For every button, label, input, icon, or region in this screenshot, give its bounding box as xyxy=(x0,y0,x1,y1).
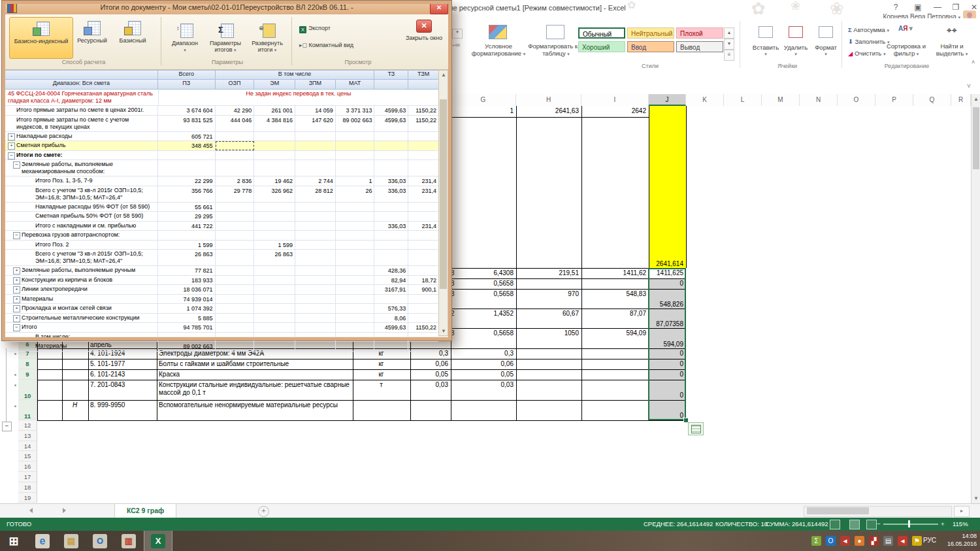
cell-zpm[interactable] xyxy=(295,285,336,294)
cell-em[interactable]: 326 962 xyxy=(254,186,295,202)
cell-value[interactable]: 1050 xyxy=(517,329,579,337)
totals-params-button[interactable]: Σ Параметры итогов ▾ xyxy=(205,20,246,53)
decimal-icons[interactable]: ⁺⁰⁰ xyxy=(452,43,460,50)
scroll-down-icon[interactable]: ▼ xyxy=(441,328,446,334)
cell-ozp[interactable] xyxy=(216,160,255,176)
cell-ozp[interactable] xyxy=(216,276,255,285)
collapse-icon[interactable]: − xyxy=(13,161,20,169)
cell-value[interactable]: 87,07 xyxy=(583,310,646,317)
cell-ozp[interactable]: 444 046 xyxy=(216,116,255,131)
cell-tz[interactable] xyxy=(374,141,408,150)
row-header-8[interactable]: 8 xyxy=(18,359,37,369)
cell-pz[interactable] xyxy=(158,151,216,160)
dialog-row[interactable]: −Перевозка грузов автотранспортом: xyxy=(5,231,438,241)
cell-zpm[interactable] xyxy=(295,231,336,240)
expand-icon[interactable]: + xyxy=(13,267,20,275)
row-header-16[interactable]: 16 xyxy=(18,461,37,472)
cell-pz[interactable]: 605 721 xyxy=(158,132,216,141)
cell-c8[interactable]: 5. 101-1977 xyxy=(90,360,154,369)
horizontal-scrollbar[interactable] xyxy=(804,506,952,517)
cell-mat[interactable] xyxy=(336,323,375,332)
cell-j10[interactable]: 0 xyxy=(649,380,686,400)
cell-value[interactable]: 970 xyxy=(517,290,579,297)
zoom-slider-knob[interactable] xyxy=(908,520,910,527)
cell-value[interactable]: 548,83 xyxy=(583,290,646,297)
cell-tz[interactable]: 576,33 xyxy=(374,304,408,313)
number-format-dropdown[interactable]: ▾ xyxy=(452,29,463,39)
taskbar-excel[interactable]: X xyxy=(144,531,172,551)
column-header-p[interactable]: P xyxy=(875,94,913,106)
cell-ozp[interactable] xyxy=(216,314,255,323)
cell-tzm[interactable]: 231,4 xyxy=(408,176,438,186)
expand-icon[interactable]: + xyxy=(13,277,20,284)
cell-value[interactable]: 2641,63 xyxy=(517,107,579,114)
row-header-9[interactable]: 9 xyxy=(18,369,37,380)
cell-tz[interactable]: 8,06 xyxy=(374,314,408,323)
outlook-tray-icon[interactable]: O xyxy=(826,536,836,546)
gallery-more-icon[interactable]: ≡ xyxy=(724,50,734,61)
row-header-19[interactable]: 19 xyxy=(18,493,37,503)
collapse-ribbon-icon[interactable]: ˄ xyxy=(972,59,975,65)
zoom-slider[interactable] xyxy=(883,524,938,525)
cell-g8[interactable]: 0,06 xyxy=(453,360,514,369)
mute-tray-icon[interactable]: ◄ xyxy=(898,536,907,546)
cell-pz[interactable] xyxy=(158,160,216,176)
row-header-12[interactable]: 12 xyxy=(18,420,37,431)
taskbar-internet-explorer[interactable]: e xyxy=(29,531,56,551)
row-header-11[interactable]: 11 xyxy=(18,400,37,420)
dialog-row[interactable]: Материалы89 002 663 xyxy=(5,342,438,352)
cell-pz[interactable]: 183 933 xyxy=(158,276,216,285)
cell-value[interactable]: 2642 xyxy=(583,107,646,114)
cell-value[interactable]: 6,4308 xyxy=(452,269,514,276)
cell-mat[interactable] xyxy=(336,304,375,313)
taskbar-outlook[interactable]: O xyxy=(86,531,114,551)
cell-value[interactable]: 1,4352 xyxy=(452,310,514,317)
dialog-row[interactable]: Всего с учетом "3 кв-л 2015г ОЗП=10,5; Э… xyxy=(5,186,438,203)
network-tray-icon[interactable]: ▤ xyxy=(883,536,893,546)
cell-em[interactable]: 4 384 816 xyxy=(254,116,295,131)
cell-pz[interactable] xyxy=(158,231,216,240)
expand-icon[interactable]: + xyxy=(13,315,20,322)
cell-mat[interactable] xyxy=(336,250,375,265)
cell-zpm[interactable] xyxy=(295,132,336,141)
cell-pz[interactable]: 356 766 xyxy=(158,186,216,202)
cell-style-3[interactable]: Плохой xyxy=(676,27,723,39)
expand-icon[interactable]: + xyxy=(13,286,20,293)
cell-tz[interactable]: 4599,63 xyxy=(374,116,408,131)
expand-icon[interactable]: + xyxy=(8,142,15,150)
cell-zpm[interactable] xyxy=(295,276,336,285)
cell-ozp[interactable] xyxy=(216,250,255,265)
find-select-button[interactable]: ⌖⌖ Найти и выделить ▾ xyxy=(930,25,973,58)
cell-tzm[interactable] xyxy=(408,203,438,212)
cell-d11[interactable]: Вспомогательные ненормируемые материальн… xyxy=(159,401,350,420)
cell-em[interactable] xyxy=(254,314,295,323)
cell-g10[interactable]: 0,03 xyxy=(453,381,514,399)
scroll-up-icon[interactable]: ▲ xyxy=(441,72,446,78)
cell-c9[interactable]: 6. 101-2143 xyxy=(90,371,154,379)
cell-tzm[interactable]: 1150,22 xyxy=(408,116,438,131)
cell-ozp[interactable] xyxy=(216,212,255,221)
cell-mat[interactable] xyxy=(336,333,375,342)
cell-value[interactable]: 0,5658 xyxy=(452,329,514,337)
cell-b11[interactable]: Н xyxy=(64,401,86,420)
clock[interactable]: 14:08 16.05.2016 xyxy=(939,533,977,548)
cell-style-6[interactable]: Вывод xyxy=(676,41,723,52)
zoom-level[interactable]: 115% xyxy=(953,520,968,527)
expand-icon[interactable]: + xyxy=(8,133,15,141)
cell-em[interactable]: 261 001 xyxy=(254,106,295,115)
cell-em[interactable] xyxy=(254,266,295,275)
cell-f9[interactable]: 0,05 xyxy=(412,371,448,379)
cell-ozp[interactable] xyxy=(216,222,255,231)
dialog-row[interactable]: Итого с накладными и см. прибылью441 722… xyxy=(5,222,438,231)
cell-mat[interactable] xyxy=(336,276,375,285)
cell-pz[interactable]: 94 785 701 xyxy=(158,323,216,332)
cell-tz[interactable] xyxy=(374,151,408,160)
volume-tray-icon[interactable]: ◄ xyxy=(840,536,850,546)
scrollbar-thumb[interactable] xyxy=(440,99,447,289)
scrollbar-thumb[interactable] xyxy=(973,107,979,169)
cell-j1-yellow[interactable]: 2641,614 xyxy=(649,106,686,269)
cell-mat[interactable] xyxy=(336,285,375,294)
flag-tray-icon[interactable]: ⚑ xyxy=(912,536,922,546)
cell-e8[interactable]: кг xyxy=(355,360,408,369)
cell-tzm[interactable]: 231,4 xyxy=(408,186,438,202)
